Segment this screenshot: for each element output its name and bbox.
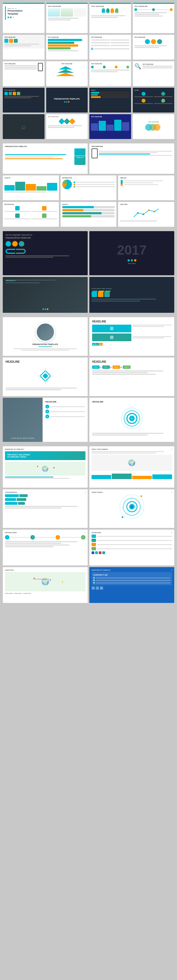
text-slide-1: TEXT HEADLINE (46, 3, 88, 33)
pres-template-label2: PRESENTATION TEMPLATE (74, 154, 86, 159)
marketing-kit-slide: MARKETING KIT TEMPLATE 1 THE EXACT SOLUT… (3, 446, 88, 488)
overlap-slide: TEXT HEADLINE (133, 114, 174, 139)
overlap-header: TEXT HEADLINE (148, 121, 159, 123)
step2-label: STEP 2 (102, 366, 110, 369)
pyramid-slide: TEXT HEADLINE (46, 61, 88, 86)
magnifier-dark: ⌕ (3, 114, 45, 139)
svg-point-3 (154, 211, 155, 212)
charts-label: CHARTS (5, 177, 57, 179)
lorem-label: Lorem ipsum dolor sit amet (92, 288, 172, 290)
template-label: Template (8, 13, 23, 15)
svg-point-0 (137, 212, 139, 214)
search-slide: 🔍 TEXT HEADLINE (133, 61, 174, 86)
charts-slide: CHARTS (3, 175, 59, 200)
timeline-slide: TIMELINE (118, 175, 174, 200)
set-charts-label: Set Charts (117, 262, 146, 264)
circles-header: TEXT HEADLINE (134, 37, 173, 38)
svg-point-1 (143, 213, 144, 215)
distribution-slide: DISTRIBUTION (61, 175, 117, 200)
infographic-dark-left: Set for infographic elements for PRESENT… (3, 231, 88, 275)
desc-label: DESCRIPTION (92, 146, 172, 147)
circle-photo-slide: PRESENTATION TEMPLATE (3, 317, 88, 356)
case-study-slide: CASE STUDY 7 🌍 ▼ ▼ ▼ Lorem i (3, 567, 88, 603)
steps-dots-slide: TEXT HEADLINE (89, 61, 131, 86)
dark-slide-1: TEXT HEADLINE (3, 88, 45, 113)
boxes-slide: TEXT HEADLINE (3, 35, 45, 60)
text-blocks-slide: TEXT HEADLINE (89, 35, 131, 60)
dots-slide: TEXT HEADLINE (133, 3, 174, 33)
headline-label3: HEADLINE (92, 360, 172, 363)
bulb-slide: TEXT HEADLINE (89, 3, 131, 33)
headline-grid-icons: HEADLINE (89, 317, 174, 356)
pres-template-photo-label: PRESENTATION TEMPLATE (32, 344, 58, 345)
steps-row-slide: HEADLINE STEP 1 ▶ STEP 2 ▶ STEP 3 ▶ STEP… (89, 358, 174, 396)
process-steps-slide: PROCESS STEPS 5 1 2 3 4 (3, 530, 88, 565)
bar-header: TEXT HEADLINE (91, 116, 129, 118)
map-dark-left: Adjusting To (3, 277, 88, 313)
bulb-header: TEXT HEADLINE (91, 6, 129, 7)
advantages-slide: ADVANTAGES 6 (89, 530, 174, 565)
headline-label1: HEADLINE (92, 320, 172, 323)
arrow-header: TEXT HEADLINE (48, 37, 86, 38)
lorem-ipsum-label: Lorem ipsum dolor sit amet (11, 437, 34, 439)
step4-label: STEP 4 (123, 366, 130, 369)
dist-label: DISTRIBUTION (62, 177, 115, 179)
gear-circle-slide: HEADLINE ⚙ (89, 398, 174, 442)
pres-template-label: PRESENTATION TEMPLATE (48, 98, 86, 100)
advantages-label: ADVANTAGES (92, 532, 101, 533)
circles-slide: TEXT HEADLINE (133, 35, 174, 60)
boxes-header: TEXT HEADLINE (5, 37, 43, 38)
svg-point-2 (148, 209, 150, 211)
marketing-kit2-label: MARKETING KIT TEMPLATE (92, 569, 110, 571)
bar-chart-slide: TEXT HEADLINE (89, 114, 131, 139)
lorem-label2: Lorem ipsum (5, 592, 13, 594)
info-icons-slide: INFOGRAPHIC (3, 202, 59, 227)
pres-template-wide: PRESENTATION TEMPLATE PRESENTATION TEMPL… (3, 143, 88, 174)
pres-label: PRESENTATION TEMPLATE (5, 146, 85, 147)
map-dark-right: Lorem ipsum dolor sit amet (89, 277, 174, 313)
diamonds-slide: TEXT HEADLINE (46, 114, 88, 139)
steps-dots-header: TEXT HEADLINE (91, 63, 129, 65)
pyramid-header: TEXT HEADLINE (48, 63, 86, 65)
marketing-kit2-slide: MARKETING KIT TEMPLATE 8 CONTACT US (89, 567, 174, 603)
quality-slide: QUALITY (61, 202, 117, 227)
numbered-list-slide: Lorem ipsum dolor sit amet HEADLINE 1 2 (3, 398, 88, 442)
headline-label5: HEADLINE (92, 401, 172, 403)
diamonds-header: TEXT HEADLINE (48, 116, 86, 118)
process-steps-label: PROCESS STEPS (5, 532, 17, 533)
headline-label4: HEADLINE (45, 401, 85, 403)
phone-slide: TEXT HEADLINE (3, 61, 45, 86)
infographic-dark-right: 2017 Set Charts (89, 231, 174, 275)
target-group-slide: TARGET GROUP 4 👤 (89, 489, 174, 528)
presentation-label: Presentation (8, 10, 23, 13)
arrow-slide: TEXT HEADLINE (46, 35, 88, 60)
exact-solutions-label: THE EXACT SOLUTIONS (7, 453, 83, 456)
infographic-dark-label: Set for infographic elements for (5, 234, 85, 236)
step1-label: STEP 1 (92, 366, 100, 369)
case-study-label: CASE STUDY (5, 569, 14, 571)
search-header: TEXT HEADLINE (142, 64, 173, 65)
lorem-label3: Lorem ipsum (14, 592, 22, 594)
year-label: 2017 (117, 242, 146, 258)
adjusting-label: Adjusting To (5, 280, 16, 282)
timeline-label: TIMELINE (120, 177, 172, 179)
line-point-slide: LINE POINT (118, 202, 174, 227)
main-container: Welcome To Presentation Template TEXT HE… (0, 0, 177, 610)
text-blocks-header: TEXT HEADLINE (91, 37, 129, 38)
your-research-slide: YOUR RESEARCH 3 (3, 489, 88, 528)
description-slide: DESCRIPTION (89, 143, 174, 174)
dark-slide-4: ICONS (133, 88, 174, 113)
dark1-header: TEXT HEADLINE (5, 89, 43, 91)
target-group-label: TARGET GROUP (92, 492, 103, 493)
specific-task-label: TO SPECIFIC TASKS (7, 456, 83, 458)
contact-us-label: CONTACT US (93, 574, 171, 576)
quality-label: QUALITY (62, 204, 115, 205)
dark-slide-2: PRESENTATION TEMPLATE (46, 88, 88, 113)
marketing-kit-label: MARKETING KIT TEMPLATE (5, 449, 24, 450)
slide1-header: TEXT HEADLINE (48, 6, 86, 7)
pres-template-dark-label: PRESENTATION TEMPLATE (5, 237, 85, 239)
headline-diamond: HEADLINE (3, 358, 88, 396)
phone-header: TEXT HEADLINE (5, 63, 37, 65)
info-icons-label: INFOGRAPHIC (5, 204, 57, 205)
step3-label: STEP 3 (113, 366, 120, 369)
